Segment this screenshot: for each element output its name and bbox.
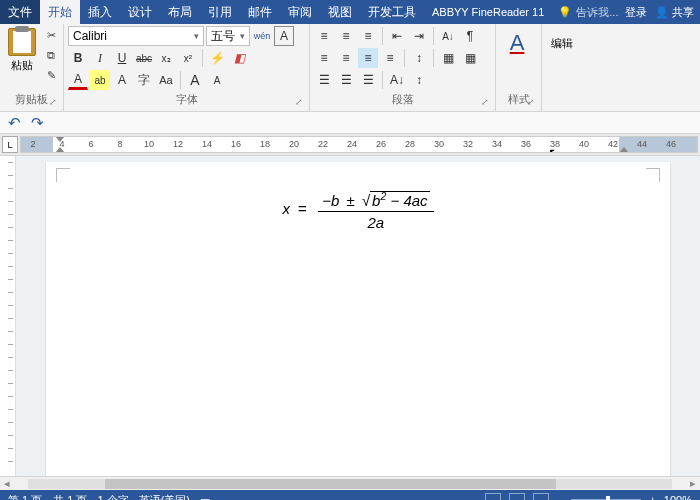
hanging-indent[interactable] bbox=[55, 147, 65, 153]
group-styles: A 样式⤢ bbox=[496, 24, 542, 111]
align-right-button[interactable]: ≡ bbox=[358, 48, 378, 68]
char-shading-button[interactable]: A bbox=[112, 70, 132, 90]
tab-selector[interactable]: L bbox=[2, 136, 18, 153]
zoom-out-button[interactable]: − bbox=[557, 494, 563, 500]
font-size-combo[interactable]: 五号▾ bbox=[206, 26, 250, 46]
italic-button[interactable]: I bbox=[90, 48, 110, 68]
line-spacing-button[interactable]: ↕ bbox=[409, 48, 429, 68]
copy-button[interactable]: ⧉ bbox=[42, 46, 60, 64]
show-marks-button[interactable]: ¶ bbox=[460, 26, 480, 46]
font-name-combo[interactable]: Calibri▾ bbox=[68, 26, 204, 46]
tab-mailings[interactable]: 邮件 bbox=[240, 0, 280, 24]
enclose-char-button[interactable]: 字 bbox=[134, 70, 154, 90]
bold-button[interactable]: B bbox=[68, 48, 88, 68]
text-effects-button[interactable]: ⚡ bbox=[207, 48, 227, 68]
horizontal-scrollbar[interactable]: ◂ ▸ bbox=[0, 476, 700, 490]
scroll-left-icon[interactable]: ◂ bbox=[0, 477, 14, 490]
horizontal-ruler[interactable]: 2468101214161820222426283032343638404244… bbox=[20, 136, 698, 153]
strikethrough-button[interactable]: abc bbox=[134, 48, 154, 68]
underline-button[interactable]: U bbox=[112, 48, 132, 68]
view-web-button[interactable] bbox=[533, 493, 549, 500]
change-case-button[interactable]: Aa bbox=[156, 70, 176, 90]
tab-abbyy[interactable]: ABBYY FineReader 11 bbox=[424, 0, 552, 24]
chevron-down-icon: ▾ bbox=[240, 31, 245, 41]
char-border-button[interactable]: A bbox=[274, 26, 294, 46]
superscript-button[interactable]: x² bbox=[178, 48, 198, 68]
equation-fraction: −b ± √b2 − 4ac 2a bbox=[318, 190, 433, 231]
bullets-button[interactable]: ≡ bbox=[314, 26, 334, 46]
share-button[interactable]: 👤 共享 bbox=[655, 5, 694, 20]
paragraph-launcher[interactable]: ⤢ bbox=[481, 97, 489, 107]
share-label: 共享 bbox=[672, 6, 694, 18]
para-extra2-button[interactable]: ☰ bbox=[336, 70, 356, 90]
equation[interactable]: x = −b ± √b2 − 4ac 2a bbox=[46, 190, 670, 231]
view-print-button[interactable] bbox=[509, 493, 525, 500]
phonetic-guide-button[interactable]: wén bbox=[252, 26, 272, 46]
tab-design[interactable]: 设计 bbox=[120, 0, 160, 24]
multilevel-list-button[interactable]: ≡ bbox=[358, 26, 378, 46]
increase-indent-button[interactable]: ⇥ bbox=[409, 26, 429, 46]
tab-view[interactable]: 视图 bbox=[320, 0, 360, 24]
scroll-thumb[interactable] bbox=[105, 479, 556, 489]
shading-button[interactable]: ▦ bbox=[438, 48, 458, 68]
tab-insert[interactable]: 插入 bbox=[80, 0, 120, 24]
grow-font-button[interactable]: A bbox=[185, 70, 205, 90]
highlight-button[interactable]: ab bbox=[90, 70, 110, 90]
margin-corner-tr bbox=[646, 168, 660, 182]
vertical-ruler[interactable] bbox=[0, 156, 16, 476]
page-scroll[interactable]: x = −b ± √b2 − 4ac 2a bbox=[16, 156, 700, 476]
tab-layout[interactable]: 布局 bbox=[160, 0, 200, 24]
subscript-button[interactable]: x₂ bbox=[156, 48, 176, 68]
align-center-button[interactable]: ≡ bbox=[336, 48, 356, 68]
cut-button[interactable]: ✂ bbox=[42, 26, 60, 44]
ruler-tick: 42 bbox=[608, 139, 618, 149]
ruler-tick: 26 bbox=[376, 139, 386, 149]
tell-me[interactable]: 💡告诉我... bbox=[558, 5, 618, 20]
tab-review[interactable]: 审阅 bbox=[280, 0, 320, 24]
para-extra4-button[interactable]: A↓ bbox=[387, 70, 407, 90]
login-link[interactable]: 登录 bbox=[625, 5, 647, 20]
font-group-label: 字体⤢ bbox=[68, 92, 305, 109]
borders-button[interactable]: ▦ bbox=[460, 48, 480, 68]
right-indent[interactable] bbox=[619, 147, 629, 153]
sort-button[interactable]: A↓ bbox=[438, 26, 458, 46]
paste-button[interactable]: 粘贴 bbox=[4, 26, 40, 84]
ribbon: 粘贴 ✂ ⧉ ✎ 剪贴板⤢ Calibri▾ 五号▾ wén A B I U a… bbox=[0, 24, 700, 112]
group-font: Calibri▾ 五号▾ wén A B I U abc x₂ x² ⚡ ◧ A… bbox=[64, 24, 310, 111]
ruler-tick: 40 bbox=[579, 139, 589, 149]
first-line-indent[interactable] bbox=[55, 136, 65, 142]
para-extra5-button[interactable]: ↕ bbox=[409, 70, 429, 90]
edit-button[interactable]: 编辑 bbox=[546, 26, 578, 51]
justify-button[interactable]: ≡ bbox=[380, 48, 400, 68]
status-page[interactable]: 第 1 页，共 1 页 bbox=[8, 493, 87, 501]
status-language[interactable]: 英语(美国) bbox=[139, 493, 190, 501]
clear-formatting-button[interactable]: ◧ bbox=[229, 48, 249, 68]
decrease-indent-button[interactable]: ⇤ bbox=[387, 26, 407, 46]
zoom-in-button[interactable]: + bbox=[649, 494, 655, 500]
scroll-right-icon[interactable]: ▸ bbox=[686, 477, 700, 490]
zoom-level[interactable]: 100% bbox=[664, 494, 692, 500]
font-launcher[interactable]: ⤢ bbox=[295, 97, 303, 107]
para-extra1-button[interactable]: ☰ bbox=[314, 70, 334, 90]
redo-button[interactable]: ↷ bbox=[31, 114, 44, 132]
tab-file[interactable]: 文件 bbox=[0, 0, 40, 24]
undo-button[interactable]: ↶ bbox=[8, 114, 21, 132]
styles-button[interactable]: A bbox=[500, 26, 534, 60]
clipboard-launcher[interactable]: ⤢ bbox=[49, 97, 57, 107]
numbering-button[interactable]: ≡ bbox=[336, 26, 356, 46]
shrink-font-button[interactable]: A bbox=[207, 70, 227, 90]
view-read-button[interactable] bbox=[485, 493, 501, 500]
ruler-tick: 32 bbox=[463, 139, 473, 149]
tab-developer[interactable]: 开发工具 bbox=[360, 0, 424, 24]
para-extra3-button[interactable]: ☰ bbox=[358, 70, 378, 90]
ruler-tick: 18 bbox=[260, 139, 270, 149]
page[interactable]: x = −b ± √b2 − 4ac 2a bbox=[46, 162, 670, 476]
font-color-button[interactable]: A bbox=[68, 70, 88, 90]
status-wordcount[interactable]: 1 个字 bbox=[97, 493, 128, 501]
status-extra-icon[interactable]: ▭ bbox=[200, 494, 210, 501]
tab-references[interactable]: 引用 bbox=[200, 0, 240, 24]
align-left-button[interactable]: ≡ bbox=[314, 48, 334, 68]
format-painter-button[interactable]: ✎ bbox=[42, 66, 60, 84]
tab-home[interactable]: 开始 bbox=[40, 0, 80, 24]
styles-launcher[interactable]: ⤢ bbox=[527, 97, 535, 107]
